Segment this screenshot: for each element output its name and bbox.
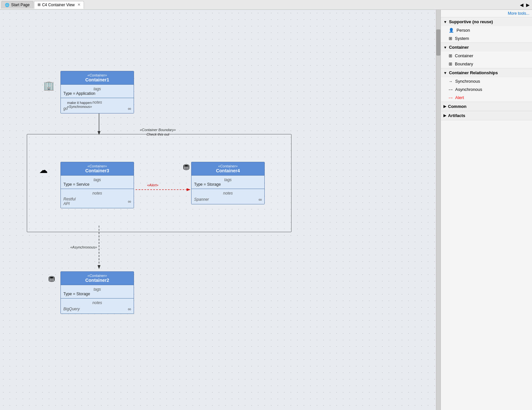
main-layout: 🏢 «Container» Container1 tags Type = App… — [0, 10, 532, 410]
sidebar-item-boundary[interactable]: ⊞ Boundary — [441, 60, 532, 68]
container3-glasses-icon: ∞ — [128, 199, 131, 204]
tab-c4-label: C4 Container View — [42, 3, 75, 7]
tab-navigation: ◀ ▶ — [519, 2, 531, 8]
boundary-label-bottom: Check this out — [146, 132, 169, 136]
container3-notes-value: RestfulAPI — [63, 197, 75, 206]
container1-tags-value: Type = Application — [63, 91, 131, 96]
sidebar-item-alert-label: Alert — [455, 95, 464, 100]
container1-name: Container1 — [63, 77, 131, 82]
section-artifacts: ▶ Artifacts — [441, 111, 532, 120]
rel1-type: «Synchronous» — [67, 105, 92, 109]
section-common-header[interactable]: ▶ Common — [441, 102, 532, 111]
container3-tags-label: tags — [63, 178, 131, 182]
tab-close-button[interactable]: ✕ — [77, 3, 80, 7]
container4-tags-value: Type = Storage — [194, 182, 262, 187]
boundary-label-top: «Container Boundary» — [140, 128, 176, 132]
container3-name: Container3 — [63, 168, 131, 173]
sidebar-item-asynchronous-label: Asynchronous — [455, 87, 482, 92]
sidebar-item-boundary-label: Boundary — [455, 61, 473, 66]
sidebar: More tools... ▼ Supportive (no reuse) 👤 … — [441, 10, 532, 410]
container4-glasses-icon: ∞ — [258, 197, 262, 202]
section-container-header[interactable]: ▼ Container — [441, 43, 532, 52]
scrollbar-thumb[interactable] — [436, 29, 441, 56]
tab-prev-button[interactable]: ◀ — [519, 2, 524, 8]
tab-start-label: Start Page — [11, 3, 30, 7]
container3-tags-value: Type = Service — [63, 182, 131, 187]
tab-next-button[interactable]: ▶ — [525, 2, 531, 8]
more-tools-button[interactable]: More tools... — [441, 10, 532, 17]
container4-tags-label: tags — [194, 178, 262, 182]
container2-tags-label: tags — [63, 287, 131, 292]
building-icon: 🏢 — [43, 80, 55, 91]
tab-start[interactable]: 🌐 Start Page — [1, 1, 33, 9]
sidebar-item-container-label: Container — [455, 53, 473, 58]
container4-box[interactable]: «Container» Container4 tags Type = Stora… — [191, 162, 265, 204]
container3-box[interactable]: «Container» Container3 tags Type = Servi… — [60, 162, 134, 208]
container2-box[interactable]: «Container» Container2 tags Type = Stora… — [60, 271, 134, 314]
rel2-type: «Alert» — [147, 183, 158, 187]
container2-notes-value: BigQuery — [63, 307, 80, 311]
common-arrow-icon: ▶ — [443, 104, 446, 109]
container-item-icon: ⊞ — [449, 53, 452, 58]
container4-header: «Container» Container4 — [191, 162, 264, 175]
container4-name: Container4 — [194, 168, 262, 173]
scrollbar-track[interactable] — [436, 10, 441, 410]
sidebar-item-person-label: Person — [457, 28, 470, 33]
container4-notes-label: notes — [194, 191, 262, 196]
sidebar-item-container[interactable]: ⊞ Container — [441, 52, 532, 60]
container3-notes-label: notes — [63, 191, 131, 196]
relationships-arrow-icon: ▼ — [443, 71, 447, 75]
system-icon: ⊞ — [449, 36, 452, 41]
container2-tags-section: tags Type = Storage — [61, 285, 134, 298]
boundary-icon: ⊞ — [449, 61, 452, 66]
section-relationships-header[interactable]: ▼ Container Relationships — [441, 68, 532, 77]
c4-tab-icon: ⊞ — [38, 3, 41, 7]
container2-notes-label: notes — [63, 300, 131, 305]
rel1-text: make it happen — [67, 101, 92, 105]
container4-notes-value: Spanner — [194, 197, 209, 202]
sidebar-item-alert[interactable]: -→ Alert — [441, 94, 532, 102]
container3-header: «Container» Container3 — [61, 162, 134, 175]
tab-bar: 🌐 Start Page ⊞ C4 Container View ✕ ◀ ▶ — [0, 0, 532, 10]
container1-header: «Container» Container1 — [61, 71, 134, 84]
canvas-area[interactable]: 🏢 «Container» Container1 tags Type = App… — [0, 10, 436, 410]
container2-glasses-icon: ∞ — [128, 306, 131, 312]
container4-stereotype: «Container» — [194, 164, 262, 168]
cylinder2-icon: ⛃ — [48, 275, 55, 284]
container3-stereotype: «Container» — [63, 164, 131, 168]
rel3-type: «Asynchronous» — [70, 245, 97, 249]
tab-c4[interactable]: ⊞ C4 Container View ✕ — [34, 1, 84, 9]
section-supportive-header[interactable]: ▼ Supportive (no reuse) — [441, 17, 532, 26]
section-relationships: ▼ Container Relationships → Synchronous … — [441, 68, 532, 102]
sidebar-item-system-label: System — [455, 36, 469, 41]
person-icon: 👤 — [449, 28, 454, 33]
sidebar-item-synchronous-label: Synchronous — [455, 79, 480, 84]
container2-header: «Container» Container2 — [61, 272, 134, 285]
rel3-label: «Asynchronous» — [70, 245, 97, 249]
diagram-container: 🏢 «Container» Container1 tags Type = App… — [7, 16, 301, 376]
container-section-arrow-icon: ▼ — [443, 45, 447, 49]
container1-tags-label: tags — [63, 87, 131, 91]
container4-tags-section: tags Type = Storage — [191, 175, 264, 189]
section-artifacts-header[interactable]: ▶ Artifacts — [441, 111, 532, 120]
container1-tags-section: tags Type = Application — [61, 84, 134, 98]
container2-stereotype: «Container» — [63, 274, 131, 278]
container4-notes-section: notes Spanner ∞ — [191, 189, 264, 204]
artifacts-arrow-icon: ▶ — [443, 113, 446, 118]
section-common-label: Common — [448, 104, 466, 109]
sidebar-item-asynchronous[interactable]: -→ Asynchronous — [441, 85, 532, 94]
cylinder4-icon: ⛃ — [183, 163, 190, 172]
sidebar-item-system[interactable]: ⊞ System — [441, 34, 532, 43]
section-supportive-label: Supportive (no reuse) — [449, 19, 493, 24]
section-common: ▶ Common — [441, 102, 532, 111]
section-artifacts-label: Artifacts — [448, 113, 465, 118]
container3-notes-row: RestfulAPI ∞ — [63, 197, 131, 206]
sidebar-item-person[interactable]: 👤 Person — [441, 26, 532, 34]
container1-glasses-icon: ∞ — [128, 106, 131, 111]
synchronous-arrow-icon: → — [449, 79, 453, 84]
sidebar-item-synchronous[interactable]: → Synchronous — [441, 77, 532, 85]
asynchronous-arrow-icon: -→ — [449, 87, 453, 92]
section-container: ▼ Container ⊞ Container ⊞ Boundary — [441, 43, 532, 68]
container4-notes-row: Spanner ∞ — [194, 197, 262, 202]
section-container-label: Container — [449, 45, 469, 50]
